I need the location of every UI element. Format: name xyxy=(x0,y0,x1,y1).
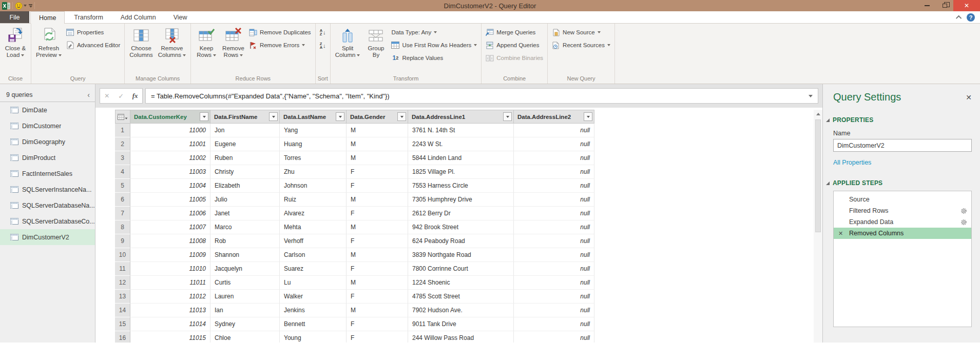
cell[interactable]: null xyxy=(514,276,594,290)
choose-columns-button[interactable]: Choose Columns xyxy=(127,25,155,58)
cell[interactable]: Yang xyxy=(280,124,347,137)
filter-button[interactable] xyxy=(200,112,208,121)
excel-app-icon[interactable] xyxy=(2,2,10,10)
replace-values-button[interactable]: 12 Replace Values xyxy=(389,53,479,63)
gear-icon[interactable] xyxy=(960,208,967,214)
cell[interactable]: Torres xyxy=(280,151,347,165)
row-number[interactable]: 8 xyxy=(115,220,130,234)
cell[interactable]: Curtis xyxy=(210,276,280,290)
row-number[interactable]: 11 xyxy=(115,262,130,276)
sort-ascending-button[interactable]: AZ ↓ xyxy=(318,27,328,37)
customize-qat-button[interactable] xyxy=(29,4,32,8)
formula-cancel-icon[interactable]: ✕ xyxy=(104,92,109,99)
cell[interactable]: Carlson xyxy=(280,248,347,262)
cell[interactable]: 1825 Village Pl. xyxy=(408,165,514,179)
collapse-ribbon-icon[interactable] xyxy=(956,15,962,21)
remove-errors-button[interactable]: Remove Errors xyxy=(247,40,313,50)
formula-input[interactable]: = Table.RemoveColumns(#"Expanded Data",{… xyxy=(145,88,818,104)
tab-add-column[interactable]: Add Column xyxy=(112,11,164,23)
minimize-button[interactable] xyxy=(918,0,936,11)
cell[interactable]: Huang xyxy=(280,137,347,151)
cell[interactable]: M xyxy=(347,124,408,137)
column-header-data-gender[interactable]: Data.Gender xyxy=(347,110,408,124)
cell[interactable]: null xyxy=(514,124,594,137)
cell[interactable]: Lauren xyxy=(210,290,280,304)
cell[interactable]: 11013 xyxy=(130,304,210,317)
cell[interactable]: Zhu xyxy=(280,165,347,179)
cell[interactable]: null xyxy=(514,193,594,207)
help-icon[interactable]: ? xyxy=(967,13,975,22)
row-number[interactable]: 9 xyxy=(115,234,130,248)
cell[interactable]: null xyxy=(514,248,594,262)
keep-rows-button[interactable]: Keep Rows xyxy=(193,25,220,58)
expander-icon[interactable] xyxy=(826,118,830,122)
select-all-button[interactable] xyxy=(115,110,130,124)
cell[interactable]: Jenkins xyxy=(280,304,347,317)
sidebar-item-sqlserverdatabaseco[interactable]: SQLServerDatabaseCo... xyxy=(0,213,95,229)
delete-step-icon[interactable]: ✕ xyxy=(838,230,843,237)
column-header-data-customerkey[interactable]: Data.CustomerKey xyxy=(130,110,210,124)
row-number[interactable]: 13 xyxy=(115,290,130,304)
cell[interactable]: F xyxy=(347,317,408,331)
row-number[interactable]: 10 xyxy=(115,248,130,262)
expander-icon[interactable] xyxy=(826,181,830,185)
properties-button[interactable]: Properties xyxy=(64,27,122,37)
cell[interactable]: null xyxy=(514,179,594,193)
cell[interactable]: null xyxy=(514,137,594,151)
row-number[interactable]: 5 xyxy=(115,179,130,193)
row-number[interactable]: 6 xyxy=(115,193,130,207)
data-type-button[interactable]: Data Type: Any xyxy=(389,27,479,37)
cell[interactable]: Marco xyxy=(210,220,280,234)
cell[interactable]: 11000 xyxy=(130,124,210,137)
filter-button[interactable] xyxy=(336,112,344,121)
applied-step-filtered-rows[interactable]: Filtered Rows xyxy=(834,205,971,216)
cell[interactable]: 11008 xyxy=(130,234,210,248)
cell[interactable]: null xyxy=(514,151,594,165)
cell[interactable]: null xyxy=(514,165,594,179)
cell[interactable]: F xyxy=(347,165,408,179)
cell[interactable]: F xyxy=(347,290,408,304)
cell[interactable]: 11011 xyxy=(130,276,210,290)
cell[interactable]: Shannon xyxy=(210,248,280,262)
sidebar-item-dimdate[interactable]: DimDate xyxy=(0,102,95,118)
sidebar-item-sqlserverdatabasena[interactable]: SQLServerDatabaseNa... xyxy=(0,197,95,213)
cell[interactable]: null xyxy=(514,262,594,276)
cell[interactable]: 11009 xyxy=(130,248,210,262)
cell[interactable]: 9011 Tank Drive xyxy=(408,317,514,331)
append-queries-button[interactable]: Append Queries xyxy=(484,40,545,50)
row-number[interactable]: 7 xyxy=(115,207,130,220)
cell[interactable]: Alvarez xyxy=(280,207,347,220)
cell[interactable]: Lu xyxy=(280,276,347,290)
cell[interactable]: 5844 Linden Land xyxy=(408,151,514,165)
sidebar-item-dimcustomerv2[interactable]: DimCustomerV2 xyxy=(0,229,95,245)
cell[interactable]: Verhoff xyxy=(280,234,347,248)
cell[interactable]: Elizabeth xyxy=(210,179,280,193)
row-number[interactable]: 15 xyxy=(115,317,130,331)
cell[interactable]: 11014 xyxy=(130,317,210,331)
cell[interactable]: 244 Willow Pass Road xyxy=(408,331,514,342)
close-button[interactable]: ✕ xyxy=(953,0,980,11)
sidebar-item-dimproduct[interactable]: DimProduct xyxy=(0,150,95,166)
row-number[interactable]: 12 xyxy=(115,276,130,290)
recent-sources-button[interactable]: Recent Sources xyxy=(550,40,612,50)
row-number[interactable]: 2 xyxy=(115,137,130,151)
cell[interactable]: null xyxy=(514,207,594,220)
cell[interactable]: M xyxy=(347,220,408,234)
cell[interactable]: M xyxy=(347,304,408,317)
cell[interactable]: Johnson xyxy=(280,179,347,193)
cell[interactable]: 11005 xyxy=(130,193,210,207)
formula-accept-icon[interactable]: ✓ xyxy=(118,92,124,100)
merge-queries-button[interactable]: Merge Queries xyxy=(484,27,545,37)
cell[interactable]: 2243 W St. xyxy=(408,137,514,151)
cell[interactable]: Ian xyxy=(210,304,280,317)
sort-descending-button[interactable]: ZA ↓ xyxy=(318,41,328,51)
cell[interactable]: 7553 Harness Circle xyxy=(408,179,514,193)
remove-duplicates-button[interactable]: Remove Duplicates xyxy=(247,27,313,37)
cell[interactable]: F xyxy=(347,262,408,276)
column-header-data-addressline2[interactable]: Data.AddressLine2 xyxy=(514,110,594,124)
cell[interactable]: F xyxy=(347,207,408,220)
row-number[interactable]: 14 xyxy=(115,304,130,317)
row-number[interactable]: 4 xyxy=(115,165,130,179)
advanced-editor-button[interactable]: Advanced Editor xyxy=(64,40,122,50)
cell[interactable]: M xyxy=(347,276,408,290)
